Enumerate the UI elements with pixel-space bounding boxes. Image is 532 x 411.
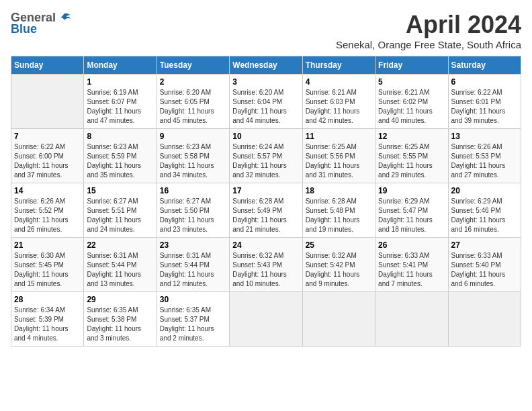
day-info: Sunrise: 6:23 AM Sunset: 5:58 PM Dayligh… xyxy=(160,142,226,180)
day-info: Sunrise: 6:27 AM Sunset: 5:50 PM Dayligh… xyxy=(160,197,226,234)
calendar-cell: 30Sunrise: 6:35 AM Sunset: 5:37 PM Dayli… xyxy=(157,292,229,347)
calendar-cell: 27Sunrise: 6:33 AM Sunset: 5:40 PM Dayli… xyxy=(448,238,521,292)
calendar-cell: 10Sunrise: 6:24 AM Sunset: 5:57 PM Dayli… xyxy=(230,129,302,183)
day-number: 1 xyxy=(87,77,153,87)
calendar-cell: 9Sunrise: 6:23 AM Sunset: 5:58 PM Daylig… xyxy=(157,129,229,183)
calendar-cell xyxy=(375,292,448,347)
day-info: Sunrise: 6:33 AM Sunset: 5:41 PM Dayligh… xyxy=(378,251,445,289)
calendar-cell xyxy=(11,75,84,129)
day-number: 15 xyxy=(87,186,153,195)
calendar-cell: 18Sunrise: 6:28 AM Sunset: 5:48 PM Dayli… xyxy=(302,183,375,238)
calendar-cell: 23Sunrise: 6:31 AM Sunset: 5:44 PM Dayli… xyxy=(157,238,229,292)
day-info: Sunrise: 6:29 AM Sunset: 5:46 PM Dayligh… xyxy=(451,197,518,234)
calendar-cell: 11Sunrise: 6:25 AM Sunset: 5:56 PM Dayli… xyxy=(302,129,375,183)
day-info: Sunrise: 6:22 AM Sunset: 6:00 PM Dayligh… xyxy=(14,142,81,180)
day-number: 7 xyxy=(14,132,81,141)
day-info: Sunrise: 6:30 AM Sunset: 5:45 PM Dayligh… xyxy=(14,251,81,289)
day-info: Sunrise: 6:25 AM Sunset: 5:55 PM Dayligh… xyxy=(378,142,445,180)
day-info: Sunrise: 6:28 AM Sunset: 5:49 PM Dayligh… xyxy=(232,197,299,234)
day-info: Sunrise: 6:19 AM Sunset: 6:07 PM Dayligh… xyxy=(87,88,153,126)
day-info: Sunrise: 6:27 AM Sunset: 5:51 PM Dayligh… xyxy=(87,197,153,234)
calendar-cell: 22Sunrise: 6:31 AM Sunset: 5:44 PM Dayli… xyxy=(84,238,157,292)
calendar-cell: 19Sunrise: 6:29 AM Sunset: 5:47 PM Dayli… xyxy=(375,183,448,238)
day-number: 14 xyxy=(14,186,81,195)
day-number: 17 xyxy=(232,186,299,195)
calendar-cell: 1Sunrise: 6:19 AM Sunset: 6:07 PM Daylig… xyxy=(84,75,157,129)
day-number: 4 xyxy=(306,77,372,87)
calendar-cell: 28Sunrise: 6:34 AM Sunset: 5:39 PM Dayli… xyxy=(11,292,84,347)
bird-icon xyxy=(57,13,71,24)
day-info: Sunrise: 6:26 AM Sunset: 5:52 PM Dayligh… xyxy=(14,197,81,234)
calendar-cell xyxy=(302,292,375,347)
day-number: 6 xyxy=(451,77,518,87)
logo-blue: Blue xyxy=(11,22,37,36)
day-info: Sunrise: 6:32 AM Sunset: 5:42 PM Dayligh… xyxy=(306,251,372,289)
day-info: Sunrise: 6:21 AM Sunset: 6:02 PM Dayligh… xyxy=(378,88,445,126)
calendar-cell: 13Sunrise: 6:26 AM Sunset: 5:53 PM Dayli… xyxy=(448,129,521,183)
calendar-cell: 25Sunrise: 6:32 AM Sunset: 5:42 PM Dayli… xyxy=(302,238,375,292)
calendar-cell: 8Sunrise: 6:23 AM Sunset: 5:59 PM Daylig… xyxy=(84,129,157,183)
calendar-cell: 16Sunrise: 6:27 AM Sunset: 5:50 PM Dayli… xyxy=(157,183,229,238)
calendar-table: SundayMondayTuesdayWednesdayThursdayFrid… xyxy=(11,56,521,347)
day-info: Sunrise: 6:33 AM Sunset: 5:40 PM Dayligh… xyxy=(451,251,518,289)
column-header-wednesday: Wednesday xyxy=(230,56,302,75)
day-info: Sunrise: 6:20 AM Sunset: 6:04 PM Dayligh… xyxy=(232,88,299,126)
calendar-cell: 29Sunrise: 6:35 AM Sunset: 5:38 PM Dayli… xyxy=(84,292,157,347)
calendar-cell: 20Sunrise: 6:29 AM Sunset: 5:46 PM Dayli… xyxy=(448,183,521,238)
day-number: 19 xyxy=(378,186,445,195)
day-number: 5 xyxy=(378,77,445,87)
day-number: 18 xyxy=(306,186,372,195)
day-info: Sunrise: 6:35 AM Sunset: 5:37 PM Dayligh… xyxy=(160,306,226,343)
day-info: Sunrise: 6:31 AM Sunset: 5:44 PM Dayligh… xyxy=(87,251,153,289)
day-number: 27 xyxy=(451,240,518,250)
column-header-friday: Friday xyxy=(375,56,448,75)
day-number: 22 xyxy=(87,240,153,250)
calendar-cell: 12Sunrise: 6:25 AM Sunset: 5:55 PM Dayli… xyxy=(375,129,448,183)
day-info: Sunrise: 6:35 AM Sunset: 5:38 PM Dayligh… xyxy=(87,306,153,343)
day-number: 3 xyxy=(232,77,299,87)
page-header: General Blue April 2024 Senekal, Orange … xyxy=(11,11,521,50)
day-number: 29 xyxy=(87,295,153,304)
calendar-cell: 24Sunrise: 6:32 AM Sunset: 5:43 PM Dayli… xyxy=(230,238,302,292)
day-info: Sunrise: 6:34 AM Sunset: 5:39 PM Dayligh… xyxy=(14,306,81,343)
day-info: Sunrise: 6:25 AM Sunset: 5:56 PM Dayligh… xyxy=(306,142,372,180)
calendar-cell: 21Sunrise: 6:30 AM Sunset: 5:45 PM Dayli… xyxy=(11,238,84,292)
week-row-2: 7Sunrise: 6:22 AM Sunset: 6:00 PM Daylig… xyxy=(11,129,521,183)
day-info: Sunrise: 6:29 AM Sunset: 5:47 PM Dayligh… xyxy=(378,197,445,234)
day-info: Sunrise: 6:32 AM Sunset: 5:43 PM Dayligh… xyxy=(232,251,299,289)
day-number: 24 xyxy=(232,240,299,250)
day-number: 2 xyxy=(160,77,226,87)
calendar-cell: 3Sunrise: 6:20 AM Sunset: 6:04 PM Daylig… xyxy=(230,75,302,129)
day-number: 28 xyxy=(14,295,81,304)
calendar-cell: 26Sunrise: 6:33 AM Sunset: 5:41 PM Dayli… xyxy=(375,238,448,292)
logo: General Blue xyxy=(11,11,71,36)
day-number: 20 xyxy=(451,186,518,195)
day-info: Sunrise: 6:23 AM Sunset: 5:59 PM Dayligh… xyxy=(87,142,153,180)
day-info: Sunrise: 6:24 AM Sunset: 5:57 PM Dayligh… xyxy=(232,142,299,180)
day-info: Sunrise: 6:28 AM Sunset: 5:48 PM Dayligh… xyxy=(306,197,372,234)
day-info: Sunrise: 6:26 AM Sunset: 5:53 PM Dayligh… xyxy=(451,142,518,180)
day-info: Sunrise: 6:21 AM Sunset: 6:03 PM Dayligh… xyxy=(306,88,372,126)
column-header-monday: Monday xyxy=(84,56,157,75)
calendar-cell: 15Sunrise: 6:27 AM Sunset: 5:51 PM Dayli… xyxy=(84,183,157,238)
column-header-sunday: Sunday xyxy=(11,56,84,75)
day-info: Sunrise: 6:22 AM Sunset: 6:01 PM Dayligh… xyxy=(451,88,518,126)
calendar-cell: 7Sunrise: 6:22 AM Sunset: 6:00 PM Daylig… xyxy=(11,129,84,183)
location-subtitle: Senekal, Orange Free State, South Africa xyxy=(336,39,521,50)
day-number: 10 xyxy=(232,132,299,141)
day-number: 11 xyxy=(306,132,372,141)
week-row-1: 1Sunrise: 6:19 AM Sunset: 6:07 PM Daylig… xyxy=(11,75,521,129)
calendar-cell: 17Sunrise: 6:28 AM Sunset: 5:49 PM Dayli… xyxy=(230,183,302,238)
week-row-4: 21Sunrise: 6:30 AM Sunset: 5:45 PM Dayli… xyxy=(11,238,521,292)
week-row-3: 14Sunrise: 6:26 AM Sunset: 5:52 PM Dayli… xyxy=(11,183,521,238)
day-number: 8 xyxy=(87,132,153,141)
column-header-saturday: Saturday xyxy=(448,56,521,75)
week-row-5: 28Sunrise: 6:34 AM Sunset: 5:39 PM Dayli… xyxy=(11,292,521,347)
calendar-cell: 5Sunrise: 6:21 AM Sunset: 6:02 PM Daylig… xyxy=(375,75,448,129)
calendar-cell xyxy=(448,292,521,347)
day-number: 26 xyxy=(378,240,445,250)
column-header-thursday: Thursday xyxy=(302,56,375,75)
calendar-cell xyxy=(230,292,302,347)
day-number: 23 xyxy=(160,240,226,250)
day-number: 30 xyxy=(160,295,226,304)
